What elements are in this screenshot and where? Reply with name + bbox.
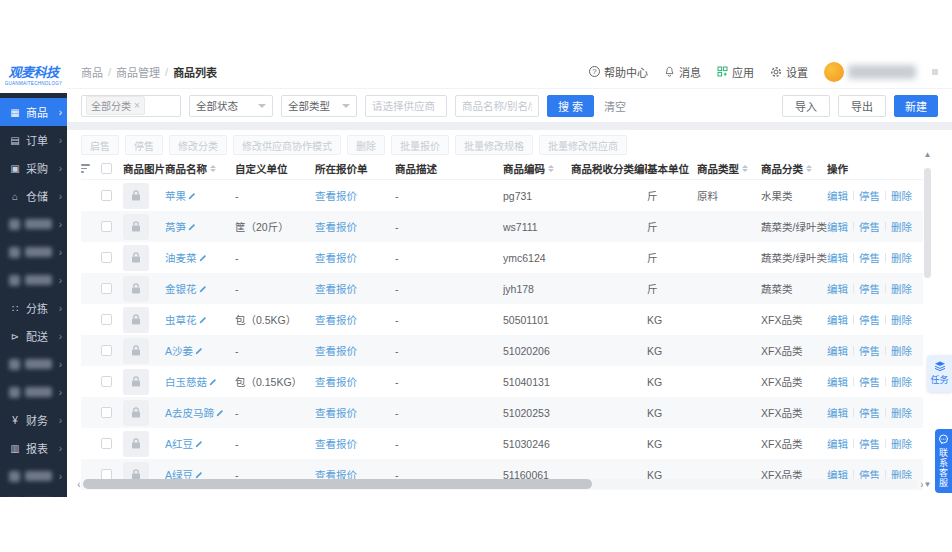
user-menu[interactable]: [824, 62, 916, 82]
column-header-name[interactable]: 商品名称: [165, 161, 235, 176]
delete-link[interactable]: 删除: [891, 436, 912, 451]
column-header-type[interactable]: 商品类型: [697, 161, 761, 176]
edit-link[interactable]: 编辑: [827, 405, 848, 420]
edit-link[interactable]: 编辑: [827, 219, 848, 234]
edit-link[interactable]: 编辑: [827, 250, 848, 265]
vertical-scrollbar[interactable]: ▲ ▼: [923, 160, 932, 477]
horizontal-scroll-thumb[interactable]: [83, 479, 592, 489]
column-header-category[interactable]: 商品分类: [761, 161, 827, 176]
view-quote-link[interactable]: 查看报价: [315, 343, 357, 358]
delete-link[interactable]: 删除: [891, 250, 912, 265]
sidebar-item-财务[interactable]: ¥ 财务 ›: [0, 406, 67, 434]
row-checkbox[interactable]: [101, 252, 112, 263]
category-multiselect[interactable]: 全部分类 ×: [81, 95, 181, 117]
edit-icon[interactable]: [188, 222, 197, 231]
delete-link[interactable]: 删除: [891, 405, 912, 420]
batch-action-button[interactable]: 删除: [347, 135, 385, 155]
select-all-checkbox[interactable]: [101, 163, 112, 174]
edit-icon[interactable]: [216, 408, 225, 417]
stop-sale-link[interactable]: 停售: [859, 374, 880, 389]
create-button[interactable]: 新建: [894, 95, 938, 117]
sidebar-item-订单[interactable]: ▤ 订单 ›: [0, 126, 67, 154]
column-filter-icon[interactable]: [81, 164, 90, 173]
sidebar-item[interactable]: ›: [0, 238, 67, 266]
view-quote-link[interactable]: 查看报价: [315, 405, 357, 420]
view-quote-link[interactable]: 查看报价: [315, 219, 357, 234]
edit-icon[interactable]: [195, 439, 204, 448]
edit-link[interactable]: 编辑: [827, 188, 848, 203]
sidebar-item[interactable]: ›: [0, 462, 67, 490]
view-quote-link[interactable]: 查看报价: [315, 281, 357, 296]
stop-sale-link[interactable]: 停售: [859, 250, 880, 265]
status-select[interactable]: 全部状态: [189, 95, 273, 117]
batch-action-button[interactable]: 批量报价: [391, 135, 449, 155]
search-input[interactable]: [455, 95, 539, 117]
sort-icon[interactable]: [742, 165, 748, 172]
stop-sale-link[interactable]: 停售: [859, 188, 880, 203]
clear-button[interactable]: 清空: [604, 98, 626, 114]
edit-link[interactable]: 编辑: [827, 281, 848, 296]
view-quote-link[interactable]: 查看报价: [315, 436, 357, 451]
stop-sale-link[interactable]: 停售: [859, 281, 880, 296]
edit-icon[interactable]: [209, 377, 218, 386]
row-checkbox[interactable]: [101, 407, 112, 418]
row-checkbox[interactable]: [101, 283, 112, 294]
sidebar-item-商品[interactable]: ▦ 商品 ›: [0, 98, 67, 126]
row-checkbox[interactable]: [101, 345, 112, 356]
remove-tag-icon[interactable]: ×: [134, 100, 140, 111]
export-button[interactable]: 导出: [838, 95, 886, 117]
sort-icon[interactable]: [548, 165, 554, 172]
edit-icon[interactable]: [195, 346, 204, 355]
window-mini-icon[interactable]: [932, 69, 938, 75]
product-name-link[interactable]: 莴笋: [165, 219, 186, 234]
help-center-button[interactable]: ? 帮助中心: [589, 64, 648, 80]
horizontal-scroll-track[interactable]: [83, 479, 918, 489]
row-checkbox[interactable]: [101, 438, 112, 449]
edit-icon[interactable]: [199, 284, 208, 293]
breadcrumb-item[interactable]: 商品: [81, 64, 103, 80]
view-quote-link[interactable]: 查看报价: [315, 312, 357, 327]
horizontal-scrollbar[interactable]: ‹ ›: [75, 479, 926, 489]
apps-button[interactable]: 应用: [717, 64, 754, 80]
batch-action-button[interactable]: 修改分类: [169, 135, 227, 155]
delete-link[interactable]: 删除: [891, 343, 912, 358]
sidebar-item-仓储[interactable]: ⌂ 仓储 ›: [0, 182, 67, 210]
column-header-code[interactable]: 商品编码: [503, 161, 571, 176]
product-name-link[interactable]: 油麦菜: [165, 250, 197, 265]
supplier-input[interactable]: [365, 95, 447, 117]
breadcrumb-item[interactable]: 商品管理: [116, 64, 160, 80]
tasks-widget[interactable]: 任务: [927, 355, 952, 392]
batch-action-button[interactable]: 停售: [125, 135, 163, 155]
product-name-link[interactable]: 苹果: [165, 188, 186, 203]
edit-icon[interactable]: [195, 470, 204, 479]
stop-sale-link[interactable]: 停售: [859, 436, 880, 451]
batch-action-button[interactable]: 修改供应商协作模式: [233, 135, 341, 155]
batch-action-button[interactable]: 批量修改规格: [455, 135, 533, 155]
product-name-link[interactable]: 白玉慈菇: [165, 374, 207, 389]
import-button[interactable]: 导入: [782, 95, 830, 117]
product-name-link[interactable]: A去皮马蹄: [165, 405, 214, 420]
vertical-scroll-thumb[interactable]: [924, 168, 931, 278]
column-settings-cell[interactable]: [81, 164, 101, 173]
sidebar-item[interactable]: ›: [0, 378, 67, 406]
batch-action-button[interactable]: 启售: [81, 135, 119, 155]
row-checkbox[interactable]: [101, 190, 112, 201]
product-name-link[interactable]: 虫草花: [165, 312, 197, 327]
delete-link[interactable]: 删除: [891, 312, 912, 327]
delete-link[interactable]: 删除: [891, 188, 912, 203]
row-checkbox[interactable]: [101, 376, 112, 387]
view-quote-link[interactable]: 查看报价: [315, 250, 357, 265]
stop-sale-link[interactable]: 停售: [859, 343, 880, 358]
delete-link[interactable]: 删除: [891, 374, 912, 389]
sidebar-item-配送[interactable]: ⊳ 配送 ›: [0, 322, 67, 350]
type-select[interactable]: 全部类型: [281, 95, 357, 117]
stop-sale-link[interactable]: 停售: [859, 312, 880, 327]
product-name-link[interactable]: A红豆: [165, 436, 193, 451]
edit-link[interactable]: 编辑: [827, 436, 848, 451]
sidebar-item[interactable]: ›: [0, 266, 67, 294]
stop-sale-link[interactable]: 停售: [859, 219, 880, 234]
settings-button[interactable]: 设置: [770, 64, 808, 80]
sidebar-item-分拣[interactable]: ∷ 分拣 ›: [0, 294, 67, 322]
scroll-up-icon[interactable]: ▲: [923, 150, 932, 159]
sort-icon[interactable]: [806, 165, 812, 172]
